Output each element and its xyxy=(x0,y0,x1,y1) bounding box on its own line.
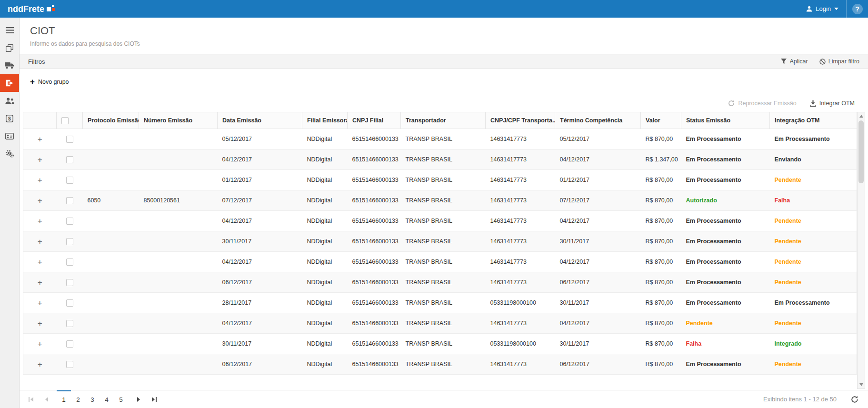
row-checkbox[interactable] xyxy=(66,197,73,204)
sidebar-item-menu[interactable] xyxy=(0,21,19,39)
row-checkbox[interactable] xyxy=(66,259,73,266)
help-button[interactable]: ? xyxy=(846,0,868,18)
cell-status-emissao: Em Processamento xyxy=(681,354,770,375)
cell-numero xyxy=(139,354,218,375)
expand-row-button[interactable]: + xyxy=(38,340,42,348)
column-header[interactable]: Status Emissão xyxy=(681,112,770,129)
row-checkbox[interactable] xyxy=(66,279,73,286)
plus-icon: + xyxy=(30,79,35,85)
cell-numero: 85000120561 xyxy=(139,190,218,211)
login-button[interactable]: Login xyxy=(798,0,846,18)
cell-cnpj-cpf: 14631417773 xyxy=(486,313,555,334)
column-header[interactable]: CNPJ/CPF Transporta... xyxy=(486,112,555,129)
pager-prev-button[interactable] xyxy=(39,390,54,408)
scroll-down-arrow[interactable] xyxy=(859,383,863,386)
row-checkbox[interactable] xyxy=(66,156,73,163)
cell-numero xyxy=(139,170,218,190)
expand-row-button[interactable]: + xyxy=(38,258,42,266)
expand-row-button[interactable]: + xyxy=(38,156,42,164)
cell-expand: + xyxy=(23,293,57,313)
expand-row-button[interactable]: + xyxy=(38,176,42,184)
expand-row-button[interactable]: + xyxy=(38,197,42,205)
pager-refresh-button[interactable] xyxy=(851,396,858,403)
row-checkbox[interactable] xyxy=(66,361,73,368)
cell-transportador: TRANSP BRASIL xyxy=(401,354,486,375)
sidebar-item-truck[interactable] xyxy=(0,57,19,74)
sidebar-item-users[interactable] xyxy=(0,92,19,109)
sidebar: $ xyxy=(0,18,20,408)
main-content: CIOT Informe os dados para pesquisa dos … xyxy=(20,18,868,408)
cell-data-emissao: 04/12/2017 xyxy=(218,252,302,272)
pager-page-2[interactable]: 2 xyxy=(71,390,85,408)
cell-filial: NDDigital xyxy=(302,231,348,252)
sidebar-item-billing[interactable]: $ xyxy=(0,109,19,127)
column-header[interactable]: CNPJ Filial xyxy=(348,112,401,129)
cell-termino: 30/11/2017 xyxy=(555,231,641,252)
cell-filial: NDDigital xyxy=(302,252,348,272)
expand-row-button[interactable]: + xyxy=(38,238,42,246)
expand-row-button[interactable]: + xyxy=(38,319,42,328)
cell-status-emissao: Em Processamento xyxy=(681,252,770,272)
top-bar: nddFrete Login ? xyxy=(0,0,868,18)
integrate-otm-button[interactable]: Integrar OTM xyxy=(810,100,855,107)
cell-termino: 04/12/2017 xyxy=(555,252,641,272)
column-header[interactable]: Término Competência xyxy=(555,112,641,129)
row-checkbox[interactable] xyxy=(66,218,73,225)
cell-numero xyxy=(139,272,218,293)
column-header[interactable]: Integração OTM xyxy=(770,112,857,129)
pager-page-1[interactable]: 1 xyxy=(57,390,71,408)
cell-cnpj-filial: 65151466000133 xyxy=(348,313,401,334)
row-checkbox[interactable] xyxy=(66,177,73,184)
expand-row-button[interactable]: + xyxy=(38,217,42,225)
new-group-button[interactable]: + Novo grupo xyxy=(30,79,69,85)
pager-first-button[interactable] xyxy=(23,390,39,408)
row-checkbox[interactable] xyxy=(66,136,73,143)
column-header[interactable]: Valor xyxy=(641,112,681,129)
sidebar-item-ledger[interactable] xyxy=(0,127,19,145)
cell-protocolo xyxy=(83,211,139,231)
apply-filter-button[interactable]: Aplicar xyxy=(781,58,808,65)
pager-next-button[interactable] xyxy=(131,390,146,408)
cell-status-emissao: Em Processamento xyxy=(681,170,770,190)
pager-page-5[interactable]: 5 xyxy=(114,390,128,408)
vertical-scrollbar[interactable] xyxy=(857,112,865,389)
row-checkbox[interactable] xyxy=(66,340,73,348)
ciot-table: Protocolo EmissãoNúmero EmissãoData Emis… xyxy=(23,112,857,375)
expand-row-button[interactable]: + xyxy=(38,360,42,368)
new-group-label: Novo grupo xyxy=(38,79,69,85)
expand-row-button[interactable]: + xyxy=(38,135,42,143)
pager-last-button[interactable] xyxy=(146,390,161,408)
select-all-checkbox[interactable] xyxy=(61,117,69,124)
cell-cnpj-filial: 65151466000133 xyxy=(348,272,401,293)
cell-filial: NDDigital xyxy=(302,272,348,293)
cell-cnpj-filial: 65151466000133 xyxy=(348,190,401,211)
column-header[interactable]: Transportador xyxy=(401,112,486,129)
expand-column-header xyxy=(23,112,57,129)
reprocess-emission-button[interactable]: Reprocessar Emissão xyxy=(728,100,796,107)
scroll-up-arrow[interactable] xyxy=(859,115,863,118)
expand-row-button[interactable]: + xyxy=(38,299,42,307)
column-header[interactable]: Protocolo Emissão xyxy=(83,112,139,129)
cell-expand: + xyxy=(23,170,57,190)
cell-transportador: TRANSP BRASIL xyxy=(401,293,486,313)
cell-integracao-otm: Em Processamento xyxy=(770,129,857,149)
cell-valor: R$ 870,00 xyxy=(641,231,681,252)
column-header[interactable]: Filial Emissora xyxy=(302,112,348,129)
sidebar-item-copy[interactable] xyxy=(0,39,19,57)
column-header[interactable]: Número Emissão xyxy=(139,112,218,129)
pager-page-4[interactable]: 4 xyxy=(100,390,114,408)
scrollbar-thumb[interactable] xyxy=(858,120,864,183)
expand-row-button[interactable]: + xyxy=(38,279,42,287)
column-header[interactable]: Data Emissão xyxy=(218,112,302,129)
row-checkbox[interactable] xyxy=(66,238,73,245)
row-checkbox[interactable] xyxy=(66,299,73,307)
grid-toolbar: Reprocessar Emissão Integrar OTM xyxy=(20,95,868,112)
integrate-otm-label: Integrar OTM xyxy=(819,100,855,107)
cell-transportador: TRANSP BRASIL xyxy=(401,313,486,334)
row-checkbox[interactable] xyxy=(66,320,73,327)
sidebar-item-ciot[interactable] xyxy=(0,74,19,92)
pager-page-3[interactable]: 3 xyxy=(85,390,100,408)
clear-filter-button[interactable]: Limpar filtro xyxy=(819,58,859,65)
sidebar-item-settings[interactable] xyxy=(0,145,19,162)
table-row: +04/12/2017NDDigital65151466000133TRANSP… xyxy=(23,149,857,170)
